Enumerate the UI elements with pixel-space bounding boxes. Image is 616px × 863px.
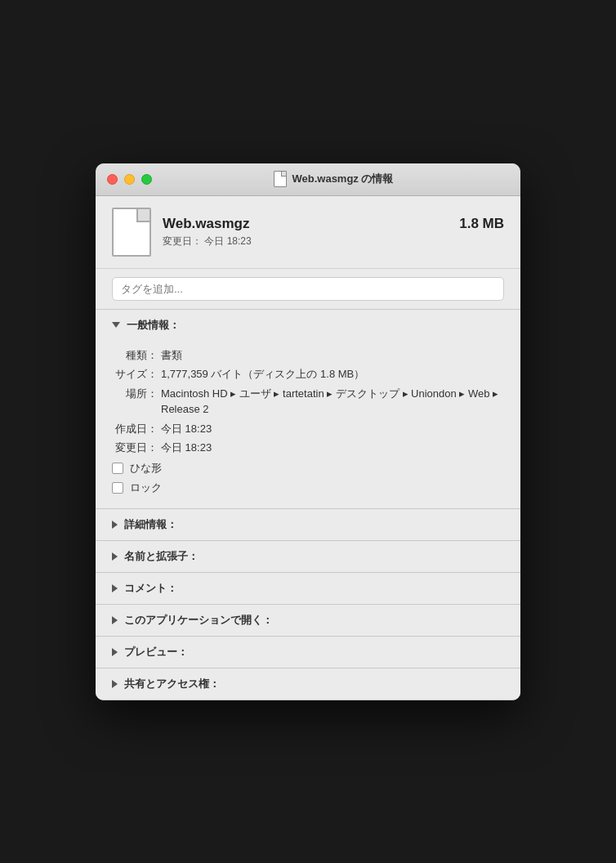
file-info-window: Web.wasmgz の情報 Web.wasmgz 1.8 MB 変更日： 今日… — [96, 163, 520, 700]
checkbox-lock: ロック — [112, 481, 504, 495]
checkbox-template-label: ひな形 — [130, 461, 162, 476]
maximize-button[interactable] — [141, 174, 152, 185]
general-info-section: 一般情報： 種類： 書類 サイズ： 1,777,359 バイト（ディスク上の 1… — [96, 310, 520, 509]
open-with-header[interactable]: このアプリケーションで開く： — [96, 605, 520, 636]
comment-header[interactable]: コメント： — [96, 573, 520, 604]
name-ext-header[interactable]: 名前と拡張子： — [96, 541, 520, 572]
value-type: 書類 — [161, 347, 504, 364]
file-icon — [112, 208, 151, 257]
triangle-right-icon — [112, 552, 118, 561]
checkbox-lock-label: ロック — [130, 481, 162, 495]
info-table: 種類： 書類 サイズ： 1,777,359 バイト（ディスク上の 1.8 MB）… — [112, 347, 504, 456]
triangle-right-icon — [112, 584, 118, 592]
sharing-header[interactable]: 共有とアクセス権： — [96, 668, 520, 700]
info-row-size: サイズ： 1,777,359 バイト（ディスク上の 1.8 MB） — [112, 366, 504, 382]
triangle-right-icon — [112, 648, 118, 656]
name-ext-section: 名前と拡張子： — [96, 541, 520, 573]
info-row-location: 場所： Macintosh HD ▸ ユーザ ▸ tartetatin ▸ デス… — [112, 386, 504, 418]
info-row-modified: 変更日： 今日 18:23 — [112, 440, 504, 456]
file-size: 1.8 MB — [459, 216, 504, 232]
value-location: Macintosh HD ▸ ユーザ ▸ tartetatin ▸ デスクトップ… — [161, 386, 504, 418]
general-info-content: 種類： 書類 サイズ： 1,777,359 バイト（ディスク上の 1.8 MB）… — [96, 341, 520, 508]
tags-input[interactable] — [112, 277, 504, 301]
preview-header[interactable]: プレビュー： — [96, 637, 520, 668]
window-title: Web.wasmgz の情報 — [158, 171, 509, 187]
window-content: Web.wasmgz 1.8 MB 変更日： 今日 18:23 一般情報： — [96, 196, 520, 700]
file-modified-date: 変更日： 今日 18:23 — [163, 235, 504, 248]
general-info-header[interactable]: 一般情報： — [96, 310, 520, 341]
info-row-created: 作成日： 今日 18:23 — [112, 421, 504, 437]
value-modified: 今日 18:23 — [161, 440, 504, 456]
title-document-icon — [274, 171, 287, 187]
label-size: サイズ： — [112, 366, 161, 382]
titlebar: Web.wasmgz の情報 — [96, 163, 520, 196]
triangle-right-icon — [112, 521, 118, 529]
info-row-type: 種類： 書類 — [112, 347, 504, 364]
triangle-down-icon — [112, 322, 120, 328]
file-info: Web.wasmgz 1.8 MB 変更日： 今日 18:23 — [163, 216, 504, 248]
open-with-section: このアプリケーションで開く： — [96, 605, 520, 637]
value-created: 今日 18:23 — [161, 421, 504, 437]
close-button[interactable] — [107, 174, 118, 185]
triangle-right-icon — [112, 616, 118, 624]
label-created: 作成日： — [112, 421, 161, 437]
sharing-section: 共有とアクセス権： — [96, 668, 520, 700]
checkbox-template-input[interactable] — [112, 463, 123, 474]
label-type: 種類： — [112, 347, 161, 364]
triangle-right-icon — [112, 680, 118, 688]
value-size: 1,777,359 バイト（ディスク上の 1.8 MB） — [161, 366, 504, 382]
label-modified: 変更日： — [112, 440, 161, 456]
tags-section — [96, 269, 520, 310]
minimize-button[interactable] — [124, 174, 135, 185]
detail-section: 詳細情報： — [96, 509, 520, 541]
detail-header[interactable]: 詳細情報： — [96, 509, 520, 540]
file-header: Web.wasmgz 1.8 MB 変更日： 今日 18:23 — [96, 196, 520, 269]
preview-section: プレビュー： — [96, 637, 520, 668]
label-location: 場所： — [112, 386, 161, 418]
file-name: Web.wasmgz — [163, 216, 249, 232]
comment-section: コメント： — [96, 573, 520, 605]
file-name-row: Web.wasmgz 1.8 MB — [163, 216, 504, 232]
checkbox-lock-input[interactable] — [112, 482, 123, 494]
checkbox-template: ひな形 — [112, 461, 504, 476]
